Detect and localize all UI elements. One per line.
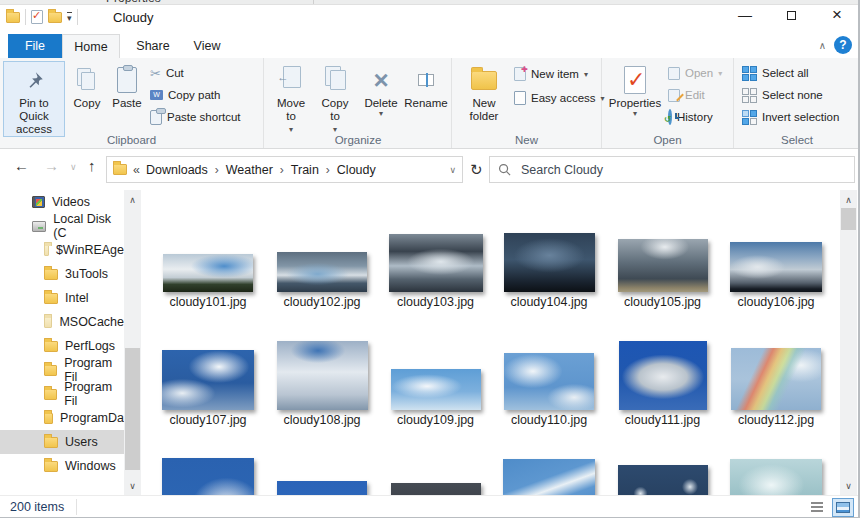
content-scrollbar[interactable]: ∧ ∨ xyxy=(840,190,857,495)
maximize-button[interactable] xyxy=(768,0,814,30)
tab-share[interactable]: Share xyxy=(128,34,178,58)
folder-icon xyxy=(44,269,58,280)
file-thumbnail[interactable] xyxy=(618,465,708,495)
open-button[interactable]: Open ▾ xyxy=(668,63,722,83)
invert-selection-button[interactable]: Invert selection xyxy=(742,107,839,127)
file-thumbnail[interactable] xyxy=(389,234,483,292)
file-thumbnail[interactable] xyxy=(163,254,253,292)
rename-button[interactable]: Rename xyxy=(403,61,449,110)
breadcrumb-item[interactable]: Train xyxy=(291,163,319,177)
file-thumbnail[interactable] xyxy=(503,459,595,495)
address-dropdown-chevron-icon[interactable]: ∨ xyxy=(449,165,456,175)
refresh-icon[interactable]: ↻ xyxy=(470,161,483,179)
content-scrollbar-thumb[interactable] xyxy=(841,208,856,230)
sidebar-item-local-disk-c[interactable]: Local Disk (C xyxy=(0,214,124,238)
file-thumbnail[interactable] xyxy=(162,458,254,495)
file-thumbnail[interactable] xyxy=(618,239,708,292)
breadcrumb-item[interactable]: Cloudy xyxy=(337,163,376,177)
select-none-button[interactable]: Select none xyxy=(742,85,823,105)
properties-button[interactable]: ✓ Properties ▾ xyxy=(606,61,664,118)
new-folder-quick-icon[interactable] xyxy=(48,12,62,23)
explorer-folder-icon[interactable] xyxy=(6,12,20,23)
search-input[interactable] xyxy=(519,162,846,178)
breadcrumb-overflow-chevron[interactable]: « xyxy=(133,163,140,177)
forward-icon[interactable]: → xyxy=(44,157,59,174)
close-button[interactable]: × xyxy=(814,0,860,30)
sidebar-item-programda[interactable]: ProgramDa xyxy=(0,406,124,430)
sidebar-item-program-fil[interactable]: Program Fil xyxy=(0,358,124,382)
file-thumbnail[interactable] xyxy=(730,459,822,495)
edit-button[interactable]: Edit xyxy=(668,85,705,105)
customize-toolbar-dropdown-icon[interactable]: ▾ xyxy=(67,12,72,22)
sidebar-item-videos[interactable]: Videos xyxy=(0,190,124,214)
tab-file[interactable]: File xyxy=(8,34,62,58)
thumbnails-view-button[interactable] xyxy=(832,498,854,517)
file-thumbnail[interactable] xyxy=(731,348,821,410)
file-name[interactable]: cloudy106.jpg xyxy=(720,295,832,309)
file-thumbnail[interactable] xyxy=(619,341,707,410)
sidebar-scrollbar-thumb[interactable] xyxy=(125,348,140,470)
file-name[interactable]: cloudy107.jpg xyxy=(152,413,264,427)
breadcrumb-item[interactable]: Weather xyxy=(226,163,273,177)
select-all-button[interactable]: Select all xyxy=(742,63,809,83)
minimize-button[interactable]: — xyxy=(722,0,768,30)
up-icon[interactable]: ↑ xyxy=(88,157,96,174)
sidebar-item-perflogs[interactable]: PerfLogs xyxy=(0,334,124,358)
file-thumbnail[interactable] xyxy=(162,350,254,410)
file-thumbnail[interactable] xyxy=(504,353,594,410)
copy-to-button[interactable]: Copy to ▾ xyxy=(315,61,355,136)
sidebar-item-3utools[interactable]: 3uTools xyxy=(0,262,124,286)
file-name[interactable]: cloudy102.jpg xyxy=(266,295,378,309)
history-button[interactable]: ↺ History xyxy=(668,107,713,127)
file-thumbnail[interactable] xyxy=(730,242,822,292)
paste-button[interactable]: Paste xyxy=(106,61,148,110)
sidebar-item-windows[interactable]: Windows xyxy=(0,454,124,478)
tab-view[interactable]: View xyxy=(184,34,230,58)
back-icon[interactable]: ← xyxy=(14,157,29,174)
sidebar-item-msocache[interactable]: MSOCache xyxy=(0,310,124,334)
scroll-down-icon[interactable]: ∨ xyxy=(840,478,857,493)
sidebar-item-intel[interactable]: Intel xyxy=(0,286,124,310)
recent-locations-chevron-icon[interactable]: ∨ xyxy=(70,162,77,172)
file-name[interactable]: cloudy111.jpg xyxy=(607,413,719,427)
paste-shortcut-button[interactable]: Paste shortcut xyxy=(150,107,241,127)
details-view-button[interactable] xyxy=(806,498,828,517)
address-bar[interactable]: « Downloads›Weather›Train›Cloudy ∨ xyxy=(106,156,463,183)
file-thumbnail[interactable] xyxy=(391,369,481,410)
breadcrumb-item[interactable]: Downloads xyxy=(146,163,208,177)
search-box[interactable] xyxy=(489,156,855,183)
file-thumbnail[interactable] xyxy=(504,233,595,292)
delete-button[interactable]: × Delete ▾ xyxy=(359,61,403,118)
scroll-up-icon[interactable]: ∧ xyxy=(124,192,141,207)
new-folder-button[interactable]: New folder xyxy=(460,61,508,123)
scroll-up-icon[interactable]: ∧ xyxy=(840,192,857,207)
file-thumbnail[interactable] xyxy=(277,252,367,292)
easy-access-button[interactable]: Easy access ▾ xyxy=(514,88,605,108)
tab-home[interactable]: Home xyxy=(62,34,120,58)
collapse-ribbon-icon[interactable]: ∧ xyxy=(819,40,826,51)
new-item-button[interactable]: ✚ New item ▾ xyxy=(514,64,588,84)
copy-button[interactable]: Copy xyxy=(68,61,106,110)
pin-to-quick-access-button[interactable]: Pin to Quick access xyxy=(3,61,65,137)
file-name[interactable]: cloudy101.jpg xyxy=(152,295,264,309)
file-name[interactable]: cloudy109.jpg xyxy=(380,413,492,427)
file-thumbnail[interactable] xyxy=(391,483,481,495)
help-icon[interactable]: ? xyxy=(834,36,852,54)
move-to-button[interactable]: ← Move to ▾ xyxy=(271,61,311,136)
file-name[interactable]: cloudy112.jpg xyxy=(720,413,832,427)
sidebar-item-program-fil[interactable]: Program Fil xyxy=(0,382,124,406)
sidebar-scrollbar[interactable]: ∧ ∨ xyxy=(124,190,141,495)
file-name[interactable]: cloudy105.jpg xyxy=(607,295,719,309)
file-name[interactable]: cloudy103.jpg xyxy=(380,295,492,309)
file-name[interactable]: cloudy104.jpg xyxy=(493,295,605,309)
file-thumbnail[interactable] xyxy=(277,481,367,495)
copy-path-button[interactable]: W Copy path xyxy=(150,85,220,105)
scroll-down-icon[interactable]: ∨ xyxy=(124,478,141,493)
properties-quick-icon[interactable]: ✓ xyxy=(31,10,43,24)
file-thumbnail[interactable] xyxy=(277,341,368,410)
file-name[interactable]: cloudy108.jpg xyxy=(266,413,378,427)
sidebar-item-winreage[interactable]: $WinREAge xyxy=(0,238,124,262)
file-name[interactable]: cloudy110.jpg xyxy=(493,413,605,427)
sidebar-item-users[interactable]: Users xyxy=(0,430,124,454)
cut-button[interactable]: ✂ Cut xyxy=(150,63,184,83)
